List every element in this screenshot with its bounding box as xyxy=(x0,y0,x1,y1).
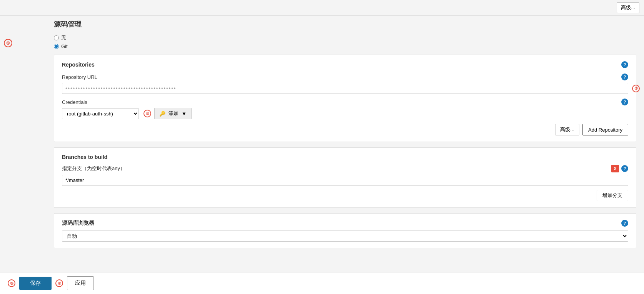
credentials-label: Credentials xyxy=(62,99,87,105)
source-browser-select[interactable]: 自动 xyxy=(62,231,628,242)
repositories-label: Repositories xyxy=(62,62,95,68)
repositories-panel-header: Repositories ? xyxy=(62,61,628,68)
dropdown-arrow-icon: ▼ xyxy=(182,111,187,117)
branch-help-icon[interactable]: ? xyxy=(621,165,628,172)
section-title: 源码管理 xyxy=(54,20,636,29)
save-button[interactable]: 保存 xyxy=(19,277,52,290)
add-credentials-button[interactable]: 🔑 添加 ▼ xyxy=(154,108,192,119)
branch-input[interactable] xyxy=(62,175,628,186)
key-icon: 🔑 xyxy=(159,111,165,117)
credentials-badge-3: ③ xyxy=(143,110,151,117)
url-badge-2: ② xyxy=(632,85,640,92)
add-credentials-label: 添加 xyxy=(169,110,179,117)
credentials-label-row: Credentials ? xyxy=(62,99,628,105)
repo-action-buttons: 高级... Add Repository xyxy=(62,124,628,135)
bottom-badge-4: ④ xyxy=(55,279,63,287)
branch-field-header: 指定分支（为空时代表any） X ? xyxy=(62,165,628,172)
repository-url-label-row: Repository URL ? xyxy=(62,74,628,80)
source-browser-help-icon[interactable]: ? xyxy=(621,220,628,227)
branches-panel: Branches to build 指定分支（为空时代表any） X ? 增加分… xyxy=(54,147,636,208)
credentials-select[interactable]: root (gitlab-auth-ssh) - none - xyxy=(62,108,139,119)
radio-none-input[interactable] xyxy=(54,35,59,40)
apply-button[interactable]: 应用 xyxy=(67,276,94,290)
repositories-help-icon[interactable]: ? xyxy=(621,61,628,68)
branch-btn-row: 增加分支 xyxy=(62,190,628,201)
add-repository-button[interactable]: Add Repository xyxy=(582,124,628,135)
radio-git-input[interactable] xyxy=(54,44,59,49)
repository-url-field: Repository URL ? ② xyxy=(62,74,628,94)
sidebar: ① xyxy=(0,16,46,285)
top-bar: 高级... xyxy=(0,0,644,16)
source-browser-header: 源码库浏览器 ? xyxy=(62,220,628,227)
credentials-field: Credentials ? root (gitlab-auth-ssh) - n… xyxy=(62,99,628,119)
repository-url-input[interactable] xyxy=(62,83,628,94)
top-advanced-button[interactable]: 高级... xyxy=(617,2,639,13)
radio-git[interactable]: Git xyxy=(54,43,636,49)
radio-group: 无 Git xyxy=(54,34,636,49)
url-input-wrapper: ② xyxy=(62,83,628,94)
radio-none[interactable]: 无 xyxy=(54,34,636,41)
advanced-button[interactable]: 高级... xyxy=(555,124,579,135)
content-area: 源码管理 无 Git Repositories ? xyxy=(46,16,644,285)
radio-git-label: Git xyxy=(61,43,68,49)
repository-url-help-icon[interactable]: ? xyxy=(621,74,628,80)
branches-header: Branches to build xyxy=(62,154,628,160)
source-browser-section: 源码库浏览器 ? 自动 xyxy=(54,213,636,248)
repositories-panel: Repositories ? Repository URL ? ② xyxy=(54,55,636,142)
main-content: ① 源码管理 无 Git Repositories xyxy=(0,16,644,285)
repository-url-label: Repository URL xyxy=(62,74,97,80)
sidebar-badge-1: ① xyxy=(4,39,12,47)
page-wrapper: 高级... ① 源码管理 无 Git xyxy=(0,0,644,294)
credentials-help-icon[interactable]: ? xyxy=(621,99,628,105)
bottom-badge-5: ⑤ xyxy=(8,279,15,287)
radio-none-label: 无 xyxy=(61,34,66,41)
bottom-bar: ⑤ 保存 ④ 应用 xyxy=(0,272,644,294)
source-browser-label: 源码库浏览器 xyxy=(62,220,94,227)
branch-field-label: 指定分支（为空时代表any） xyxy=(62,165,125,172)
delete-branch-button[interactable]: X xyxy=(611,165,619,172)
add-branch-button[interactable]: 增加分支 xyxy=(597,190,628,201)
credentials-row: root (gitlab-auth-ssh) - none - ③ 🔑 添加 ▼ xyxy=(62,108,628,119)
